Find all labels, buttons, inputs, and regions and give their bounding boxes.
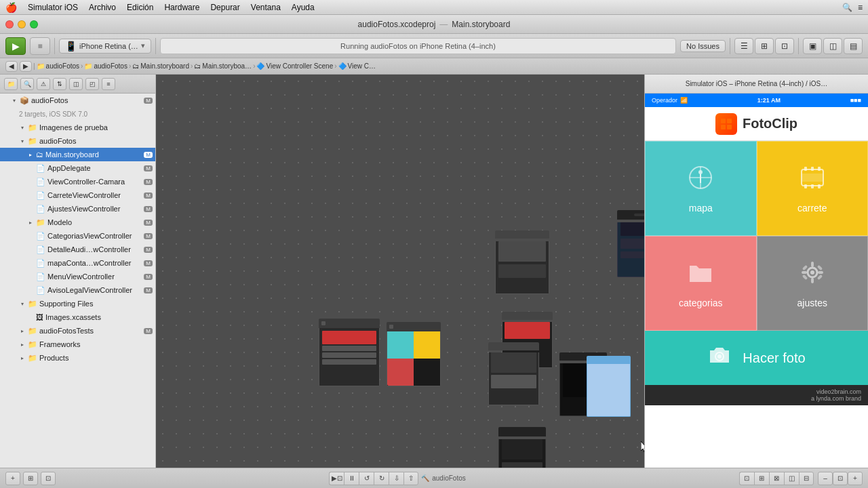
add-file-button[interactable]: + [5,472,20,485]
sidebar-item-carrete-vc[interactable]: 📄 CarreteViewController M [0,188,155,202]
carrete-icon [799,164,826,197]
vc-main-menu[interactable] [319,319,380,386]
fill-btn[interactable]: ◫ [784,472,799,485]
sidebar-item-root[interactable]: ▾ 📦 audioFotos M [0,94,155,107]
nav-prev[interactable]: ◀ [5,61,18,72]
sidebar-item-appdelegate[interactable]: 📄 AppDelegate M [0,161,155,175]
storyboard-canvas[interactable] [156,75,644,468]
apple-menu[interactable]: 🍎 [5,2,17,13]
ajustes-icon [799,259,826,292]
sidebar-item-modelo[interactable]: ▸ 📁 Modelo M [0,216,155,229]
hacer-foto-button[interactable]: Hacer foto [645,331,868,385]
nav-next[interactable]: ▶ [20,61,32,72]
sidebar-item-tests[interactable]: ▸ 📁 audioFotosTests M [0,324,155,338]
sidebar-search[interactable]: 🔍 [20,78,34,90]
editor-standard[interactable]: ☰ [734,38,753,54]
sidebar-item-audiofotos-folder[interactable]: ▾ 📁 audioFotos [0,134,155,148]
stop-button[interactable]: ■ [30,37,50,55]
sidebar-item-images-xcassets[interactable]: 🖼 Images.xcassets [0,310,155,324]
vc-color-grid[interactable] [387,322,441,386]
sidebar: 📁 🔍 ⚠ ⇅ ◫ ◰ ≡ ▾ 📦 audioFotos M 2 targets… [0,75,156,468]
menu-edicion[interactable]: Edición [127,3,153,12]
editor-mode-btn[interactable]: ▶⊡ [329,472,344,485]
split-btn[interactable]: ⊞ [754,472,769,485]
sidebar-btn7[interactable]: ≡ [102,78,115,90]
sidebar-item-imagenes[interactable]: ▾ 📁 Imagenes de prueba [0,121,155,134]
step-over-btn[interactable]: ↻ [374,472,389,485]
menu-ayuda[interactable]: Ayuda [292,3,315,12]
sidebar-item-mapa-vc[interactable]: 📄 mapaConta…wController M [0,256,155,270]
vc-top-right-dark[interactable] [617,210,644,274]
vc-top-center[interactable] [495,230,549,291]
status-bar: Running audioFotos on iPhone Retina (4–i… [160,38,676,54]
grid-cell-mapa[interactable]: mapa [645,141,757,236]
menu-depurar[interactable]: Depurar [210,3,239,12]
bc-audifotos2[interactable]: 📁 audioFotos [84,62,127,70]
issues-button[interactable]: No Issues [680,40,726,52]
view-debug[interactable]: ◫ [823,38,842,54]
minimize-button[interactable] [18,20,26,28]
svg-rect-41 [817,274,823,279]
app-grid[interactable]: mapa [645,141,868,331]
carrete-label: carrete [797,203,827,214]
grid-btn[interactable]: ⊠ [769,472,784,485]
menu-ventana[interactable]: Ventana [251,3,281,12]
step-out-btn[interactable]: ⇧ [403,472,418,485]
menu-archivo[interactable]: Archivo [89,3,116,12]
sidebar-item-vc-camara[interactable]: 📄 ViewController-Camara M [0,175,155,188]
view-utilities[interactable]: ▤ [844,38,863,54]
sidebar-item-mainstoryboard[interactable]: ▸ 🗂 Main.storyboard M [0,148,155,161]
sidebar-item-aviso-vc[interactable]: 📄 AvisoLegalViewController M [0,283,155,297]
menu-hardware[interactable]: Hardware [164,3,199,12]
editor-area[interactable] [156,75,644,468]
source-control-btn[interactable]: ⊞ [23,472,38,485]
sidebar-item-subtitle: 2 targets, iOS SDK 7.0 [0,107,155,121]
close-button[interactable] [5,20,14,28]
simulator-screen: Operador 📶 1:21 AM ■■■ [645,94,868,468]
sidebar-btn6[interactable]: ◰ [85,78,99,90]
svg-rect-37 [818,271,823,274]
run-button[interactable]: ▶ [5,37,26,55]
pause-btn[interactable]: ⏸ [344,472,359,485]
bc-mainstoryboard[interactable]: 🗂 Main.storyboard [132,62,189,70]
camera-icon [707,345,732,371]
step-in-btn[interactable]: ⇩ [389,472,403,485]
last-btn[interactable]: ⊟ [799,472,814,485]
grid-cell-ajustes[interactable]: ajustes [757,236,869,331]
sidebar-item-frameworks[interactable]: ▸ 📁 Frameworks [0,338,155,351]
zoom-reset-btn[interactable]: ⊡ [833,472,848,485]
bc-vc[interactable]: 🔷 View C… [338,62,376,70]
device-selector[interactable]: 📱 iPhone Retina (… ▾ [59,39,151,54]
bc-vcscene[interactable]: 🔷 View Controller Scene [256,62,333,70]
zoom-out-btn[interactable]: – [818,472,833,485]
vc-right-light1[interactable] [587,356,631,417]
app-header: FotoClip [645,107,868,141]
sidebar-warning[interactable]: ⚠ [37,78,50,90]
sidebar-icon-btn1[interactable]: 📁 [4,78,18,90]
sidebar-item-ajustes-vc[interactable]: 📄 AjustesViewController M [0,202,155,216]
sidebar-btn5[interactable]: ◫ [69,78,83,90]
bottom-bar: + ⊞ ⊡ ▶⊡ ⏸ ↺ ↻ ⇩ ⇧ 🔨 audioFotos ⊡ ⊞ ⊠ ◫ … [0,468,868,488]
step-btn[interactable]: ↺ [359,472,374,485]
localize-btn[interactable]: ⊡ [41,472,56,485]
menu-simulator[interactable]: Simulator iOS [28,3,78,12]
search-icon[interactable]: 🔍 [842,3,852,12]
sidebar-item-products[interactable]: ▸ 📁 Products [0,351,155,365]
zoom-in-btn[interactable]: + [848,472,863,485]
maximize-button[interactable] [30,20,38,28]
sidebar-item-detalle-vc[interactable]: 📄 DetalleAudi…wController M [0,243,155,256]
editor-assistant[interactable]: ⊞ [755,38,774,54]
vc-center2[interactable] [488,342,539,403]
fit-btn[interactable]: ⊡ [739,472,754,485]
bc-mainstoryboard2[interactable]: 🗂 Main.storyboa… [194,62,252,70]
sidebar-item-menu-vc[interactable]: 📄 MenuViewController M [0,270,155,283]
bc-audifotos1[interactable]: 📁 audioFotos [37,62,79,70]
editor-version[interactable]: ⊡ [775,38,794,54]
sidebar-filter[interactable]: ⇅ [53,78,66,90]
sidebar-item-supporting[interactable]: ▾ 📁 Supporting Files [0,297,155,310]
view-navigator[interactable]: ▣ [803,38,822,54]
vc-bottom-small[interactable] [498,427,546,468]
grid-cell-carrete[interactable]: carrete [757,141,869,236]
grid-cell-categorias[interactable]: categorias [645,236,757,331]
sidebar-item-categorias-vc[interactable]: 📄 CategoriasViewController M [0,229,155,243]
